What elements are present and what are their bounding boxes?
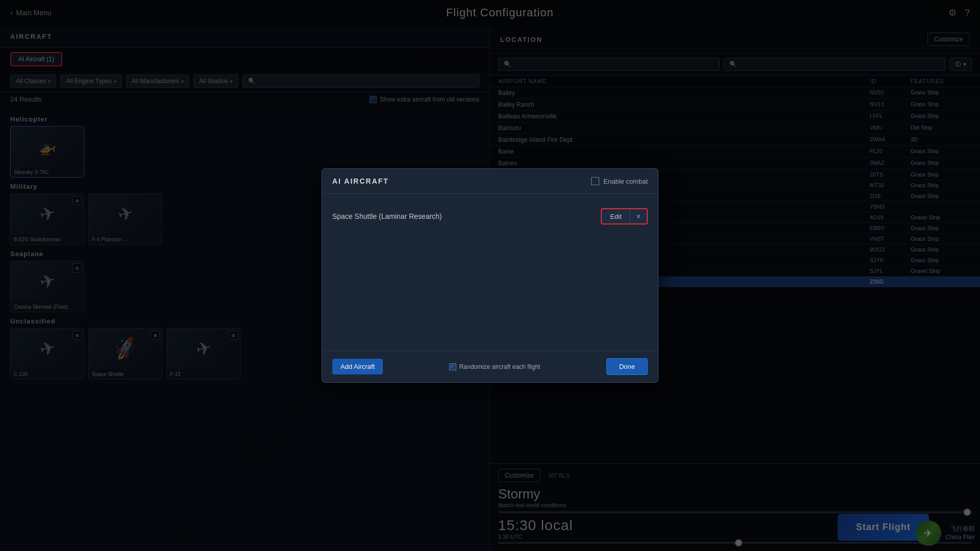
modal-header: AI AIRCRAFT Enable combat bbox=[322, 169, 658, 194]
randomize-checkbox[interactable] bbox=[449, 363, 456, 370]
modal-footer: Add Aircraft Randomize aircraft each fli… bbox=[322, 350, 658, 382]
modal-title: AI AIRCRAFT bbox=[332, 177, 389, 185]
edit-aircraft-button[interactable]: Edit bbox=[602, 209, 630, 223]
randomize-label: Randomize aircraft each flight bbox=[459, 363, 541, 370]
ai-aircraft-name: Space Shuttle (Laminar Research) bbox=[332, 212, 442, 220]
enable-combat-row: Enable combat bbox=[591, 177, 648, 185]
ai-aircraft-actions: Edit × bbox=[601, 208, 648, 224]
randomize-row: Randomize aircraft each flight bbox=[449, 363, 541, 370]
add-aircraft-button[interactable]: Add Aircraft bbox=[332, 359, 383, 374]
modal-body: Space Shuttle (Laminar Research) Edit × bbox=[322, 194, 658, 350]
done-button[interactable]: Done bbox=[606, 358, 648, 375]
ai-aircraft-modal: AI AIRCRAFT Enable combat Space Shuttle … bbox=[322, 168, 658, 383]
enable-combat-checkbox[interactable] bbox=[591, 177, 599, 185]
remove-aircraft-button[interactable]: × bbox=[630, 209, 647, 223]
ai-aircraft-entry: Space Shuttle (Laminar Research) Edit × bbox=[332, 204, 648, 229]
enable-combat-label: Enable combat bbox=[603, 178, 648, 185]
modal-overlay: AI AIRCRAFT Enable combat Space Shuttle … bbox=[0, 0, 980, 551]
